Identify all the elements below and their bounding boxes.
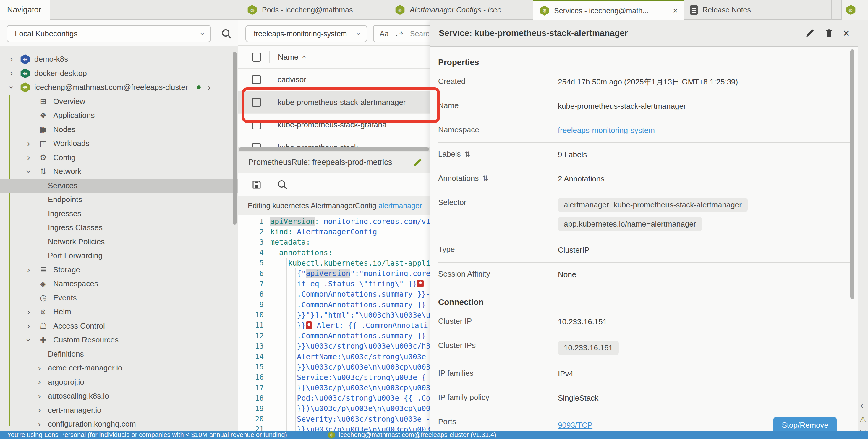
code-line[interactable]: 11 }} Alert: {{ .CommonAnnotati xyxy=(238,320,430,331)
code-line[interactable]: 17 }}\u003c/p\u003e\n\u003cp\u003 xyxy=(238,382,430,393)
code-line[interactable]: 6 {"apiVersion":"monitoring.core xyxy=(238,268,430,279)
tab-1[interactable]: ⎈Pods - icecheng@mathmas... xyxy=(241,0,389,20)
overflow-tab[interactable]: ⎈ xyxy=(841,0,868,20)
value-chip: 10.233.16.151 xyxy=(558,341,619,355)
tab-4[interactable]: Release Notes xyxy=(684,0,832,20)
chevron-right-icon[interactable]: › xyxy=(24,266,33,274)
chevron-down-icon[interactable]: › xyxy=(25,167,33,176)
code-line[interactable]: 18 Pod:\u003c/strong\u003e {{ .Co xyxy=(238,393,430,403)
table-row[interactable]: kube-prometheus-stack-... xyxy=(238,136,430,147)
regex-toggle[interactable]: .* xyxy=(395,30,404,38)
chevron-right-icon[interactable]: › xyxy=(35,378,44,386)
sidebar-item-docker-desktop[interactable]: ›⎈docker-desktop xyxy=(0,66,238,81)
active-cluster-status[interactable]: ⎈ icecheng@mathmast.com@freeleaps-cluste… xyxy=(328,431,496,439)
code-line[interactable]: 1apiVersion: monitoring.coreos.com/v1 xyxy=(238,216,430,227)
search-icon[interactable] xyxy=(221,28,232,40)
sidebar-scrollbar[interactable] xyxy=(233,52,237,225)
sidebar-item-endpoints[interactable]: Endpoints xyxy=(0,193,238,207)
sidebar-item-network[interactable]: ›⇅Network xyxy=(0,165,238,179)
sidebar-item-configuration-konghq-com[interactable]: ›configuration.konghq.com xyxy=(0,417,238,431)
sidebar-item-definitions[interactable]: Definitions xyxy=(0,347,238,361)
editor-search-icon[interactable] xyxy=(276,179,288,191)
code-line[interactable]: 4 annotations: xyxy=(238,247,430,258)
code-line[interactable]: 10 }}"}],"html":"\u003ch3\u003e\u xyxy=(238,310,430,320)
namespace-select[interactable]: freeleaps-monitoring-system › xyxy=(245,25,367,42)
code-line[interactable]: 3metadata: xyxy=(238,237,430,247)
code-line[interactable]: 7 if eq .Status \"firing\" }} xyxy=(238,279,430,289)
row-checkbox[interactable] xyxy=(252,143,261,147)
sidebar-item-overview[interactable]: ⊞Overview xyxy=(0,95,238,109)
chevron-right-icon[interactable]: › xyxy=(7,55,16,64)
sidebar-item-cert-manager-io[interactable]: ›cert-manager.io xyxy=(0,403,238,417)
sidebar-item-argoproj-io[interactable]: ›argoproj.io xyxy=(0,375,238,390)
code-line[interactable]: 13 }}\u003c/strong\u003e\u003c/h3 xyxy=(238,341,430,351)
chevron-right-icon[interactable]: › xyxy=(35,364,44,372)
sidebar-item-applications[interactable]: ❖Applications xyxy=(0,108,238,123)
sidebar-item-ingress-classes[interactable]: Ingress Classes xyxy=(0,221,238,235)
edit-icon[interactable] xyxy=(805,28,815,38)
sidebar-item-nodes[interactable]: ▦Nodes xyxy=(0,123,238,137)
chevron-right-icon[interactable]: › xyxy=(24,308,33,316)
editing-resource-link[interactable]: alertmanager xyxy=(378,201,422,210)
edit-icon[interactable] xyxy=(412,157,423,168)
code-line[interactable]: 14 AlertName:\u003c/strong\u003e xyxy=(238,351,430,362)
name-column-header[interactable]: Name xyxy=(278,53,298,62)
code-line[interactable]: 16 Service:\u003c/strong\u003e {- xyxy=(238,372,430,382)
chevron-right-icon[interactable]: › xyxy=(24,139,33,148)
code-line[interactable]: 20 Severity:\u003c/strong\u003e - xyxy=(238,414,430,424)
chevron-right-icon[interactable]: › xyxy=(35,392,44,400)
delete-icon[interactable] xyxy=(824,28,834,38)
tab-2[interactable]: ⎈Alertmanager Configs - icec... xyxy=(389,0,533,20)
sidebar-item-namespaces[interactable]: ◈Namespaces xyxy=(0,277,238,291)
sidebar-item-helm[interactable]: ›⎈Helm xyxy=(0,305,238,319)
close-icon[interactable]: × xyxy=(673,6,678,15)
code-line[interactable]: 21 }}\u003c/p\u003e\n\u003cp\u003 xyxy=(238,424,430,431)
yaml-editor[interactable]: 1apiVersion: monitoring.coreos.com/v12ki… xyxy=(238,215,430,431)
sidebar-item-network-policies[interactable]: Network Policies xyxy=(0,235,238,249)
navigator-tab[interactable]: Navigator xyxy=(0,0,50,20)
sidebar-item-storage[interactable]: ›≣Storage xyxy=(0,263,238,277)
save-icon[interactable] xyxy=(251,179,262,190)
chevron-right-icon[interactable]: › xyxy=(24,322,33,330)
chevron-right-icon[interactable]: › xyxy=(35,420,44,428)
sort-toggle-icon[interactable]: ⇅ xyxy=(482,174,488,182)
namespace-link[interactable]: freeleaps-monitoring-system xyxy=(558,125,655,136)
sidebar-item-workloads[interactable]: ›◳Workloads xyxy=(0,136,238,151)
sidebar-item-config[interactable]: ›⚙Config xyxy=(0,151,238,165)
collapse-chevron-icon[interactable]: ‹ xyxy=(860,400,863,410)
chevron-right-icon[interactable]: › xyxy=(7,69,16,77)
chevron-right-icon[interactable]: › xyxy=(24,153,33,162)
tab-3[interactable]: ⎈Services - icecheng@math...× xyxy=(533,0,684,20)
row-checkbox[interactable] xyxy=(252,75,261,84)
horizontal-scrollbar[interactable] xyxy=(238,147,430,152)
drawer-scrollbar[interactable] xyxy=(850,49,855,299)
code-line[interactable]: 2kind: AlertmanagerConfig xyxy=(238,227,430,237)
match-case-toggle[interactable]: Aa xyxy=(380,30,389,38)
select-all-checkbox[interactable] xyxy=(252,53,261,62)
chevron-right-icon[interactable]: › xyxy=(205,83,214,92)
code-line[interactable]: 8 .CommonAnnotations.summary }}- xyxy=(238,289,430,299)
sidebar-item-services[interactable]: Services xyxy=(0,179,238,193)
sidebar-item-access-control[interactable]: ›☖Access Control xyxy=(0,319,238,333)
sidebar-item-custom-resources[interactable]: ›✚Custom Resources xyxy=(0,333,238,347)
sidebar-item-events[interactable]: ◷Events xyxy=(0,291,238,305)
kubeconfig-select[interactable]: Local Kubeconfigs › xyxy=(6,25,211,42)
sidebar-item-acme-cert-manager-io[interactable]: ›acme.cert-manager.io xyxy=(0,361,238,375)
code-line[interactable]: 5 kubectl.kubernetes.io/last-appli xyxy=(238,258,430,268)
chevron-down-icon[interactable]: › xyxy=(25,336,33,344)
sort-toggle-icon[interactable]: ⇅ xyxy=(464,150,470,158)
close-icon[interactable]: × xyxy=(843,27,850,39)
code-line[interactable]: 9 .CommonAnnotations.summary }}- xyxy=(238,300,430,310)
code-line[interactable]: 15 }}\u003c/p\u003e\n\u003cp\u003 xyxy=(238,362,430,372)
code-line[interactable]: 12 .CommonAnnotations.summary }}- xyxy=(238,331,430,341)
sidebar-item-port-forwarding[interactable]: Port Forwarding xyxy=(0,249,238,263)
code-line[interactable]: 19 }})\u003c/p\u003e\n\u003cp\u00 xyxy=(238,403,430,414)
chevron-right-icon[interactable]: › xyxy=(35,406,44,414)
chevron-down-icon[interactable]: › xyxy=(7,83,16,92)
sidebar-item-demo-k8s[interactable]: ›⎈demo-k8s xyxy=(0,52,238,66)
sidebar-item-ingresses[interactable]: Ingresses xyxy=(0,207,238,221)
warning-icon[interactable]: ⚠ xyxy=(860,415,866,424)
port-link[interactable]: 9093/TCP xyxy=(558,421,592,430)
sidebar-item-icecheng-mathmast-com-freeleaps-cluster[interactable]: ›⎈icecheng@mathmast.com@freeleaps-cluste… xyxy=(0,80,238,95)
sidebar-item-autoscaling-k8s-io[interactable]: ›autoscaling.k8s.io xyxy=(0,389,238,403)
